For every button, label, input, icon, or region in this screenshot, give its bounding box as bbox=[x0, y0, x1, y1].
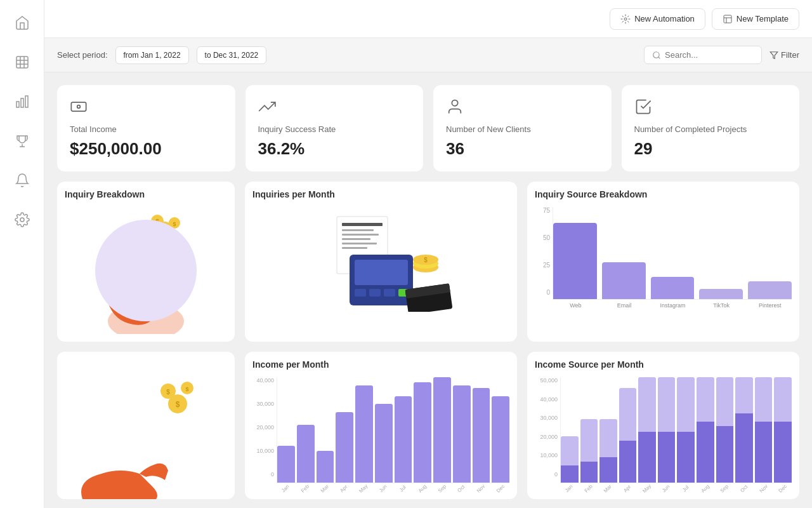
isbar-jul-top bbox=[677, 377, 695, 432]
filter-label: Filter bbox=[781, 50, 799, 60]
bars-area: Web Email Instagram TikTok Pinterest bbox=[553, 207, 792, 309]
money-icon bbox=[70, 98, 90, 118]
content-area: Total Income $250,000.00 Inquiry Success… bbox=[44, 72, 812, 508]
income-per-month-card: Income per Month 40,000 30,000 20,000 10… bbox=[245, 352, 517, 499]
isbar-mar-top bbox=[599, 419, 617, 457]
sidebar bbox=[0, 0, 44, 508]
svg-marker-15 bbox=[770, 51, 778, 58]
income-y-axis: 40,000 30,000 20,000 10,000 0 bbox=[252, 377, 277, 491]
bar-web-fill bbox=[553, 223, 597, 299]
stat-cards: Total Income $250,000.00 Inquiry Success… bbox=[57, 85, 799, 171]
isy-10000: 10,000 bbox=[535, 452, 558, 458]
bar-tiktok-fill bbox=[699, 289, 743, 299]
isy-40000: 40,000 bbox=[535, 396, 558, 403]
chart-up-icon bbox=[258, 98, 278, 118]
svg-rect-46 bbox=[355, 260, 408, 285]
isbar-sep-top bbox=[716, 377, 734, 426]
completed-projects-value: 29 bbox=[634, 139, 787, 159]
income-bar-jun bbox=[375, 404, 393, 483]
inquiry-source-breakdown-card: Inquiry Source Breakdown 75 50 25 0 bbox=[527, 182, 799, 342]
inquiry-success-value: 36.2% bbox=[258, 139, 411, 159]
income-bar-nov bbox=[473, 388, 490, 483]
y-40000: 40,000 bbox=[252, 377, 274, 384]
svg-point-8 bbox=[20, 218, 24, 222]
isbar-may-bot bbox=[638, 432, 656, 483]
svg-point-9 bbox=[624, 18, 627, 20]
circle-bg bbox=[95, 220, 197, 321]
to-date-button[interactable]: to Dec 31, 2022 bbox=[197, 46, 267, 64]
new-automation-button[interactable]: New Automation bbox=[610, 8, 705, 30]
svg-rect-43 bbox=[342, 243, 377, 244]
check-icon bbox=[634, 98, 655, 118]
svg-text:$: $ bbox=[176, 400, 180, 409]
chart-icon[interactable] bbox=[12, 91, 32, 112]
svg-rect-39 bbox=[342, 223, 383, 226]
trophy-icon[interactable] bbox=[12, 131, 32, 151]
filter-button[interactable]: Filter bbox=[769, 50, 799, 60]
person-icon bbox=[446, 98, 466, 118]
new-template-button[interactable]: New Template bbox=[712, 8, 799, 30]
inquiries-per-month-title: Inquiries per Month bbox=[252, 189, 509, 199]
template-icon bbox=[723, 14, 733, 24]
inquiry-breakdown-card: Inquiry Breakdown bbox=[57, 182, 235, 342]
building-icon[interactable] bbox=[12, 52, 32, 72]
svg-rect-40 bbox=[342, 229, 374, 231]
from-date-button[interactable]: from Jan 1, 2022 bbox=[115, 46, 189, 64]
new-template-label: New Template bbox=[737, 14, 789, 23]
svg-text:$: $ bbox=[173, 221, 176, 227]
isbar-jan bbox=[561, 377, 579, 483]
inquiry-breakdown-illustration: PAY $ $ $ bbox=[65, 207, 227, 334]
bell-icon[interactable] bbox=[12, 170, 32, 190]
isbar-may-top bbox=[638, 377, 656, 432]
total-income-label: Total Income bbox=[70, 124, 223, 134]
isy-20000: 20,000 bbox=[535, 434, 558, 440]
svg-text:$: $ bbox=[185, 386, 188, 392]
isbar-dec-bot bbox=[774, 422, 792, 483]
svg-point-17 bbox=[77, 105, 81, 109]
inquiry-breakdown-title: Inquiry Breakdown bbox=[65, 189, 227, 199]
isbar-feb-bot bbox=[580, 462, 598, 483]
income-bars-wrapper: Jan Feb Mar Apr May Jun Jul Aug Sep Oct … bbox=[277, 377, 509, 491]
label-web: Web bbox=[554, 302, 598, 309]
income-source-x-labels: Jan Feb Mar Apr May Jun Jul Aug Sep Oct … bbox=[560, 486, 792, 491]
search-icon bbox=[652, 51, 661, 60]
topbar: New Automation New Template bbox=[44, 0, 812, 38]
isbar-mar bbox=[599, 377, 617, 483]
bar-web bbox=[553, 207, 597, 299]
svg-rect-44 bbox=[342, 247, 367, 249]
search-input[interactable] bbox=[665, 50, 754, 60]
bar-pinterest-fill bbox=[748, 281, 792, 299]
income-bar-jan bbox=[277, 446, 295, 483]
isbar-jun-top bbox=[658, 377, 676, 432]
isbar-jun-bot bbox=[658, 432, 676, 483]
bar-instagram bbox=[651, 207, 695, 299]
income-bar-jul bbox=[395, 396, 412, 483]
isbar-nov-bot bbox=[755, 422, 773, 483]
bar-instagram-fill bbox=[651, 277, 695, 299]
inquiry-success-card: Inquiry Success Rate 36.2% bbox=[246, 85, 424, 171]
label-pinterest: Pinterest bbox=[748, 302, 792, 309]
home-icon[interactable] bbox=[12, 13, 32, 33]
svg-rect-41 bbox=[342, 234, 379, 236]
isy-50000: 50,000 bbox=[535, 377, 558, 384]
income-x-labels: Jan Feb Mar Apr May Jun Jul Aug Sep Oct … bbox=[277, 486, 509, 491]
svg-rect-10 bbox=[724, 15, 731, 23]
income-source-chart: 50,000 40,000 30,000 20,000 10,000 0 bbox=[535, 377, 792, 491]
isbar-dec bbox=[774, 377, 792, 483]
settings-icon[interactable] bbox=[12, 210, 32, 230]
income-bar-dec bbox=[492, 396, 509, 483]
income-bar-feb bbox=[297, 425, 315, 483]
pos-svg: $ bbox=[299, 210, 464, 312]
income-month-chart: 40,000 30,000 20,000 10,000 0 bbox=[252, 377, 509, 491]
svg-rect-5 bbox=[16, 102, 19, 107]
total-income-value: $250,000.00 bbox=[70, 139, 223, 159]
y-30000: 30,000 bbox=[252, 401, 274, 407]
income-per-month-title: Income per Month bbox=[252, 359, 509, 370]
isbar-nov-top bbox=[755, 377, 773, 422]
income-source-bars-wrapper: Jan Feb Mar Apr May Jun Jul Aug Sep Oct … bbox=[560, 377, 792, 491]
isbar-apr bbox=[619, 377, 637, 483]
income-bar-mar bbox=[317, 451, 334, 483]
search-box[interactable] bbox=[644, 46, 762, 64]
isbar-mar-bot bbox=[599, 457, 617, 483]
income-source-month-card: Income Source per Month 50,000 40,000 30… bbox=[527, 352, 799, 499]
